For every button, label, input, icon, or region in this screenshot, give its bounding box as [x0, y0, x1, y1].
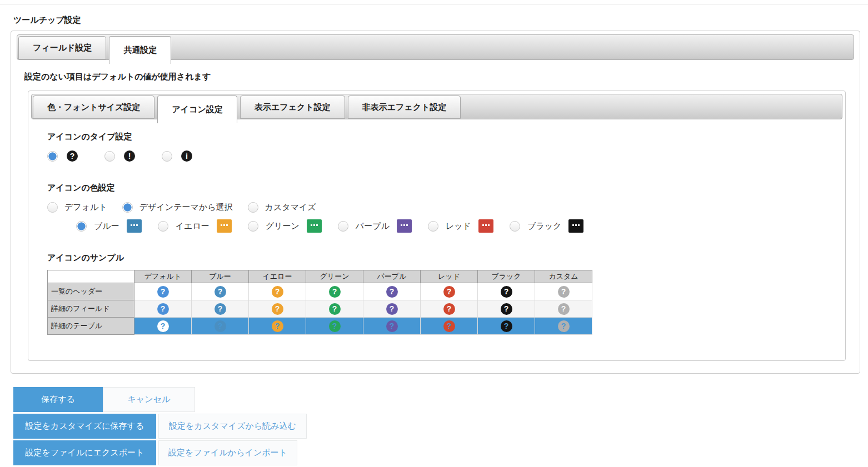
theme-green-label: グリーン: [266, 221, 300, 232]
export-to-file-button[interactable]: 設定をファイルにエクスポート: [13, 440, 156, 465]
color-mode-customize[interactable]: カスタマイズ: [248, 202, 316, 213]
tab-common-settings[interactable]: 共通設定: [109, 36, 171, 64]
question-circle-icon-custom: ?: [558, 286, 570, 298]
corner-cell: [48, 270, 134, 283]
theme-option-purple[interactable]: パープル: [338, 219, 412, 233]
color-mode-default-label: デフォルト: [64, 202, 107, 213]
question-circle-icon-black: ?: [501, 286, 512, 298]
radio-color-customize[interactable]: [248, 202, 258, 213]
question-circle-icon: ?: [67, 150, 78, 162]
row-header: 詳細のテーブル: [48, 318, 134, 335]
radio-purple[interactable]: [338, 221, 348, 232]
question-circle-icon-green: ?: [329, 320, 341, 332]
sample-row-detail-table: 詳細のテーブル ? ? ? ? ? ? ? ?: [48, 318, 592, 335]
sample-header-row: デフォルト ブルー イエロー グリーン パープル レッド ブラック カスタム: [48, 270, 592, 283]
icon-type-option-question[interactable]: ?: [47, 150, 78, 162]
page-title: ツールチップ設定: [13, 15, 868, 26]
action-row-save: 保存する キャンセル: [13, 387, 868, 412]
tab-show-effect-settings[interactable]: 表示エフェクト設定: [240, 96, 345, 119]
icon-settings-content: アイコンのタイプ設定 ? ! i アイコンの色設定: [31, 132, 842, 335]
column-header: デフォルト: [134, 270, 192, 283]
theme-blue-label: ブルー: [94, 221, 119, 232]
column-header: ブラック: [478, 270, 535, 283]
tab-color-font-settings[interactable]: 色・フォントサイズ設定: [33, 96, 154, 119]
radio-blue-checked[interactable]: [76, 221, 87, 232]
action-row-customize: 設定をカスタマイズに保存する 設定をカスタマイズから読み込む: [13, 414, 868, 439]
exclamation-circle-icon: !: [124, 150, 135, 162]
outer-tabbar: フィールド設定 共通設定: [17, 34, 854, 60]
radio-black[interactable]: [510, 221, 520, 232]
theme-option-green[interactable]: グリーン: [248, 219, 322, 233]
blue-swatch-icon: [127, 219, 142, 233]
load-from-customize-button[interactable]: 設定をカスタマイズから読み込む: [158, 414, 307, 439]
tab-icon-settings[interactable]: アイコン設定: [157, 96, 237, 123]
icon-type-heading: アイコンのタイプ設定: [47, 132, 842, 142]
icon-color-mode-group: デフォルト デザインテーマから選択 カスタマイズ: [47, 202, 842, 213]
question-circle-icon-custom: ?: [558, 303, 570, 315]
question-circle-icon-red: ?: [443, 320, 455, 332]
green-swatch-icon: [307, 219, 322, 233]
default-note: 設定のない項目はデフォルトの値が使用されます: [24, 72, 854, 82]
color-mode-default[interactable]: デフォルト: [47, 202, 107, 213]
red-swatch-icon: [478, 219, 493, 233]
question-circle-icon-purple: ?: [386, 320, 398, 332]
action-buttons: 保存する キャンセル 設定をカスタマイズに保存する 設定をカスタマイズから読み込…: [13, 387, 868, 465]
theme-option-black[interactable]: ブラック: [510, 219, 583, 233]
question-circle-icon-purple: ?: [386, 303, 398, 315]
action-row-file: 設定をファイルにエクスポート 設定をファイルからインポート: [13, 440, 868, 465]
theme-color-radio-group: ブルー イエロー グリーン パープル: [76, 219, 842, 233]
radio-color-default[interactable]: [47, 202, 58, 213]
column-header: レッド: [421, 270, 478, 283]
theme-purple-label: パープル: [356, 221, 390, 232]
color-mode-theme[interactable]: デザインテーマから選択: [122, 202, 233, 213]
question-circle-icon-blue: ?: [214, 320, 226, 332]
question-circle-icon-yellow: ?: [272, 286, 283, 298]
question-circle-icon-red: ?: [443, 303, 455, 315]
theme-black-label: ブラック: [527, 221, 561, 232]
radio-red[interactable]: [428, 221, 438, 232]
theme-option-blue[interactable]: ブルー: [76, 219, 142, 233]
icon-type-radio-group: ? ! i: [47, 150, 842, 162]
question-circle-icon-default: ?: [157, 286, 169, 298]
radio-color-theme-checked[interactable]: [122, 202, 133, 213]
question-circle-icon-custom: ?: [558, 320, 570, 332]
common-settings-panel: 色・フォントサイズ設定 アイコン設定 表示エフェクト設定 非表示エフェクト設定 …: [28, 91, 846, 361]
save-to-customize-button[interactable]: 設定をカスタマイズに保存する: [13, 414, 156, 439]
column-header: パープル: [363, 270, 421, 283]
theme-option-red[interactable]: レッド: [428, 219, 493, 233]
color-mode-theme-label: デザインテーマから選択: [139, 202, 233, 213]
tab-field-settings[interactable]: フィールド設定: [18, 36, 106, 59]
top-divider: [0, 0, 868, 4]
cancel-button[interactable]: キャンセル: [103, 387, 195, 412]
radio-exclamation[interactable]: [104, 151, 115, 162]
icon-sample-heading: アイコンのサンプル: [47, 253, 842, 263]
column-header: カスタム: [535, 270, 592, 283]
radio-question-checked[interactable]: [47, 151, 58, 162]
icon-color-heading: アイコンの色設定: [47, 183, 842, 193]
radio-info[interactable]: [162, 151, 172, 162]
inner-tabbar: 色・フォントサイズ設定 アイコン設定 表示エフェクト設定 非表示エフェクト設定: [31, 94, 842, 119]
column-header: イエロー: [249, 270, 306, 283]
question-circle-icon-green: ?: [329, 286, 341, 298]
color-mode-customize-label: カスタマイズ: [265, 202, 316, 213]
question-circle-icon-purple: ?: [386, 286, 398, 298]
question-circle-icon-black: ?: [501, 303, 512, 315]
import-from-file-button[interactable]: 設定をファイルからインポート: [158, 440, 297, 465]
question-circle-icon-green: ?: [329, 303, 341, 315]
question-circle-icon-yellow: ?: [272, 303, 283, 315]
question-circle-icon-black: ?: [501, 320, 512, 332]
question-circle-icon-blue: ?: [214, 303, 226, 315]
theme-red-label: レッド: [446, 221, 471, 232]
radio-green[interactable]: [248, 221, 258, 232]
column-header: グリーン: [306, 270, 363, 283]
icon-type-option-info[interactable]: i: [162, 150, 192, 162]
theme-option-yellow[interactable]: イエロー: [158, 219, 232, 233]
sample-row-list-header: 一覧のヘッダー ? ? ? ? ? ? ? ?: [48, 283, 592, 300]
question-circle-icon-white: ?: [157, 320, 169, 332]
theme-yellow-label: イエロー: [176, 221, 209, 232]
radio-yellow[interactable]: [158, 221, 168, 232]
save-button[interactable]: 保存する: [13, 387, 103, 412]
row-header: 一覧のヘッダー: [48, 283, 134, 300]
icon-type-option-exclamation[interactable]: !: [104, 150, 135, 162]
tab-hide-effect-settings[interactable]: 非表示エフェクト設定: [348, 96, 461, 119]
